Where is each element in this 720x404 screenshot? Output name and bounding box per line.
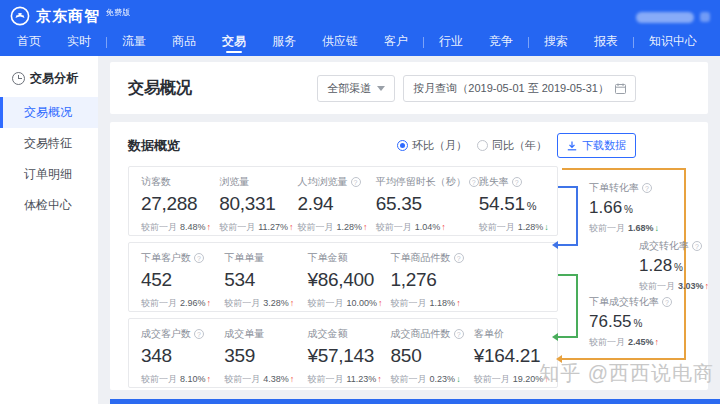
nav-divider (633, 37, 634, 48)
info-icon[interactable]: ? (512, 177, 522, 187)
data-overview-card: 数据概览 环比（月） 同比（年） 下载数据 访客数 27,288 (110, 122, 708, 390)
page-title: 交易概况 (128, 78, 192, 99)
up-arrow-icon: ↑ (377, 374, 382, 384)
nav-realtime[interactable]: 实时 (54, 28, 104, 56)
bracket-order-to-deal-conversion (558, 274, 578, 338)
funnel-deal-conversion: 成交转化率? 1.28% 较前一月3.03%↑ (639, 239, 709, 293)
metric-order-customers: 下单客户数? 452 较前一月2.96%↑ (141, 251, 224, 311)
info-icon[interactable]: ? (194, 329, 204, 339)
metric-deal-amount: 成交金额 ¥57,143 较前一月11.23%↑ (307, 327, 390, 387)
channel-select[interactable]: 全部渠道 (317, 75, 395, 102)
nav-divider (423, 37, 424, 48)
account-menu-icon[interactable] (700, 12, 710, 22)
up-arrow-icon: ↑ (290, 298, 295, 308)
metric-order-count: 下单单量 534 较前一月3.28%↑ (224, 251, 307, 311)
funnel-order-to-deal-conversion: 下单成交转化率? 76.55% 较前一月2.45%↑ (589, 295, 672, 349)
account-name-blurred[interactable] (636, 12, 694, 23)
metric-order-amount: 下单金额 ¥86,400 较前一月10.00%↑ (307, 251, 390, 311)
metric-empty (474, 251, 557, 311)
free-badge: 免费版 (106, 7, 130, 18)
info-icon[interactable]: ? (692, 241, 702, 251)
date-range-picker[interactable]: 按月查询（2019-05-01 至 2019-05-31） (403, 75, 636, 102)
down-arrow-icon: ↓ (544, 222, 549, 232)
brand-name: 京东商智 (36, 6, 100, 26)
nav-competition[interactable]: 竞争 (476, 28, 526, 56)
info-icon[interactable]: ? (662, 297, 672, 307)
metric-row-traffic: 访客数 27,288 较前一月8.48%↑ 浏览量 80,331 较前一月11.… (128, 166, 558, 236)
up-arrow-icon: ↑ (655, 337, 660, 347)
info-icon[interactable]: ? (642, 183, 652, 193)
metric-deal-items: 成交商品件数? 850 较前一月0.23%↓ (391, 327, 474, 387)
sidebar-item-health-center[interactable]: 体检中心 (0, 190, 98, 221)
nav-divider (106, 37, 107, 48)
section-title: 数据概览 (128, 137, 180, 155)
nav-products[interactable]: 商品 (159, 28, 209, 56)
nav-transaction[interactable]: 交易 (209, 28, 259, 56)
up-arrow-icon: ↑ (289, 222, 294, 232)
up-arrow-icon: ↑ (456, 298, 461, 308)
metric-views-per-visitor: 人均浏览量? 2.94 较前一月1.28%↑ (298, 175, 376, 235)
metric-visitors: 访客数 27,288 较前一月8.48%↑ (141, 175, 219, 235)
metric-bounce-rate: 跳失率? 54.51% 较前一月1.28%↓ (479, 175, 557, 235)
page-title-card: 交易概况 全部渠道 按月查询（2019-05-01 至 2019-05-31） (110, 62, 708, 114)
download-data-button[interactable]: 下载数据 (557, 133, 636, 158)
sidebar-item-order-details[interactable]: 订单明细 (0, 159, 98, 190)
main-nav: 首页 实时 流量 商品 交易 服务 供应链 客户 行业 竞争 搜索 报表 知识中… (0, 28, 720, 56)
info-icon[interactable]: ? (469, 177, 479, 187)
up-arrow-icon: ↑ (363, 222, 368, 232)
up-arrow-icon: ↑ (207, 374, 212, 384)
sidebar-section-title: 交易分析 (0, 56, 98, 97)
watermark: 知乎 @西西说电商 (539, 360, 714, 387)
nav-customer[interactable]: 客户 (371, 28, 421, 56)
radio-year-over-year[interactable]: 同比（年） (477, 138, 547, 153)
metric-row-deals: 成交客户数? 348 较前一月8.10%↑ 成交单量 359 较前一月4.38%… (128, 318, 558, 388)
nav-divider (528, 37, 529, 48)
sidebar-item-trade-overview[interactable]: 交易概况 (0, 97, 98, 128)
radio-dot-icon (397, 140, 408, 151)
download-icon (567, 141, 577, 151)
metric-row-orders: 下单客户数? 452 较前一月2.96%↑ 下单单量 534 较前一月3.28%… (128, 242, 558, 312)
nav-traffic[interactable]: 流量 (109, 28, 159, 56)
nav-supply-chain[interactable]: 供应链 (309, 28, 371, 56)
info-icon[interactable]: ? (194, 253, 204, 263)
up-arrow-icon: ↑ (290, 374, 295, 384)
calendar-icon (615, 83, 626, 94)
metric-deal-customers: 成交客户数? 348 较前一月8.10%↑ (141, 327, 224, 387)
metric-pageviews: 浏览量 80,331 较前一月11.27%↑ (219, 175, 297, 235)
up-arrow-icon: ↑ (207, 222, 212, 232)
sidebar: 交易分析 交易概况 交易特征 订单明细 体检中心 (0, 56, 98, 404)
funnel-order-conversion: 下单转化率? 1.66% 较前一月1.68%↓ (589, 181, 659, 235)
sidebar-item-trade-features[interactable]: 交易特征 (0, 128, 98, 159)
info-icon[interactable]: ? (454, 253, 464, 263)
nav-service[interactable]: 服务 (259, 28, 309, 56)
bottom-blue-strip (110, 399, 720, 404)
metric-avg-stay-seconds: 平均停留时长（秒）? 65.35 较前一月1.04%↑ (376, 175, 479, 235)
metric-deal-count: 成交单量 359 较前一月4.38%↑ (224, 327, 307, 387)
app-header: 京东商智 免费版 首页 实时 流量 商品 交易 服务 供应链 客户 行业 竞争 … (0, 0, 720, 56)
down-arrow-icon: ↓ (655, 223, 660, 233)
chevron-down-icon (377, 86, 385, 91)
nav-search[interactable]: 搜索 (531, 28, 581, 56)
nav-industry[interactable]: 行业 (426, 28, 476, 56)
nav-reports[interactable]: 报表 (581, 28, 631, 56)
radio-dot-icon (477, 140, 488, 151)
up-arrow-icon: ↑ (441, 222, 446, 232)
jd-dog-logo-icon (10, 6, 30, 26)
up-arrow-icon: ↑ (207, 298, 212, 308)
brand[interactable]: 京东商智 免费版 (10, 6, 130, 26)
up-arrow-icon: ↑ (705, 281, 710, 291)
info-icon[interactable]: ? (454, 329, 464, 339)
bracket-order-conversion (558, 186, 578, 246)
up-arrow-icon: ↑ (378, 298, 383, 308)
down-arrow-icon: ↓ (456, 374, 461, 384)
nav-knowledge-center[interactable]: 知识中心 (636, 28, 710, 56)
nav-home[interactable]: 首页 (4, 28, 54, 56)
metric-order-items: 下单商品件数? 1,276 较前一月1.18%↑ (391, 251, 474, 311)
analysis-icon (12, 72, 25, 85)
info-icon[interactable]: ? (351, 177, 361, 187)
radio-month-over-month[interactable]: 环比（月） (397, 138, 467, 153)
